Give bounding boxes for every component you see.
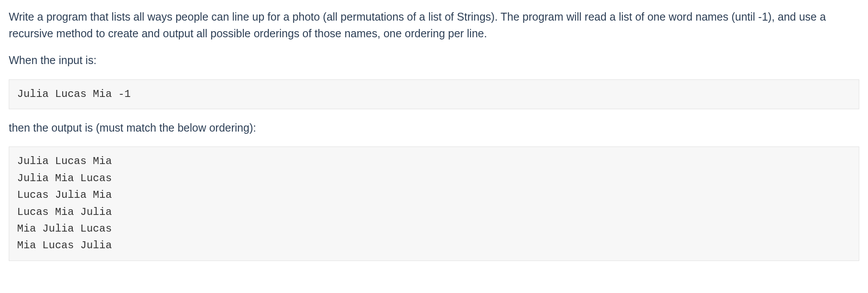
output-label: then the output is (must match the below… [9, 120, 859, 136]
input-code-block: Julia Lucas Mia -1 [9, 79, 859, 109]
output-code-block: Julia Lucas Mia Julia Mia Lucas Lucas Ju… [9, 146, 859, 261]
problem-description-paragraph: Write a program that lists all ways peop… [9, 9, 859, 42]
input-label: When the input is: [9, 52, 859, 69]
